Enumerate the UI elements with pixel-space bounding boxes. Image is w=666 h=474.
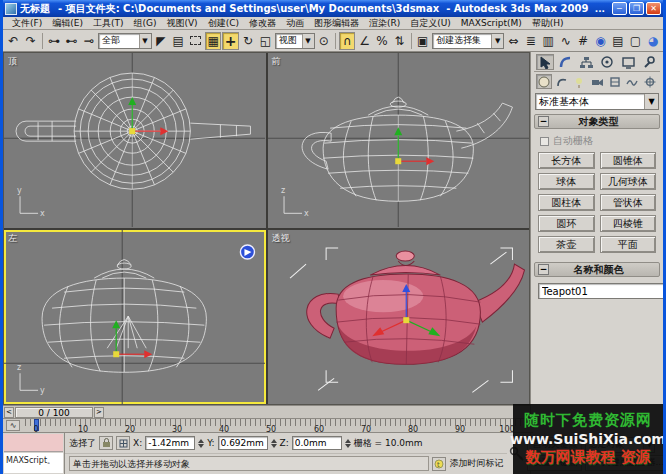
- hierarchy-tab-icon[interactable]: [578, 54, 596, 70]
- torus-button[interactable]: 圆环: [538, 215, 595, 232]
- menu-animation[interactable]: 动画: [281, 17, 309, 30]
- menu-maxscript[interactable]: MAXScript(M): [456, 18, 527, 28]
- edit-named-selections-icon[interactable]: ▣: [415, 32, 431, 50]
- render-setup-icon[interactable]: ▤: [610, 32, 626, 50]
- menu-views[interactable]: 视图(V): [161, 17, 202, 30]
- select-and-rotate-icon[interactable]: ↻: [240, 32, 256, 50]
- menu-graph-editors[interactable]: 图形编辑器: [309, 17, 364, 30]
- previous-frame-icon[interactable]: <: [4, 407, 14, 418]
- pyramid-button[interactable]: 四棱锥: [600, 215, 657, 232]
- cone-button[interactable]: 圆锥体: [600, 152, 657, 169]
- select-by-name-icon[interactable]: ▤: [170, 32, 186, 50]
- motion-tab-icon[interactable]: [598, 54, 616, 70]
- listener-macro-line[interactable]: [4, 434, 63, 452]
- select-and-scale-icon[interactable]: ◱: [257, 32, 273, 50]
- menu-file[interactable]: 文件(F): [7, 17, 47, 30]
- space-warps-icon[interactable]: [624, 74, 640, 89]
- mini-curve-editor-icon[interactable]: ∿: [6, 420, 20, 431]
- use-pivot-center-icon[interactable]: ⊙: [316, 32, 332, 50]
- add-time-tag[interactable]: 添加时间标记: [449, 457, 503, 470]
- select-and-link-icon[interactable]: ⊶: [46, 32, 62, 50]
- chevron-down-icon[interactable]: ▼: [644, 94, 658, 109]
- spinner-snap-icon[interactable]: ⇅: [391, 32, 407, 50]
- select-and-move-icon[interactable]: +: [222, 32, 238, 50]
- viewport-perspective-canvas[interactable]: [268, 230, 529, 404]
- helpers-icon[interactable]: [607, 74, 623, 89]
- chevron-down-icon[interactable]: ▼: [139, 34, 151, 48]
- rectangular-region-icon[interactable]: [187, 32, 203, 50]
- utilities-tab-icon[interactable]: [640, 54, 658, 70]
- viewport-top-canvas[interactable]: x y: [4, 53, 265, 227]
- viewport-top-label[interactable]: 顶: [8, 55, 17, 68]
- menu-group[interactable]: 组(G): [128, 17, 161, 30]
- viewport-perspective[interactable]: 透视: [268, 230, 530, 405]
- window-crossing-icon[interactable]: ▦: [205, 32, 221, 50]
- viewport-perspective-label[interactable]: 透视: [272, 232, 290, 245]
- selection-lock-icon[interactable]: [99, 436, 113, 450]
- modify-tab-icon[interactable]: [557, 54, 575, 70]
- viewport-left-label[interactable]: 左: [8, 232, 17, 245]
- angle-snap-icon[interactable]: ∠: [356, 32, 372, 50]
- sphere-button[interactable]: 球体: [538, 173, 595, 190]
- undo-icon[interactable]: ↶: [5, 32, 21, 50]
- y-coordinate-field[interactable]: [218, 436, 268, 450]
- listener-script-line[interactable]: MAXScript。: [4, 453, 63, 474]
- bind-to-spacewarp-icon[interactable]: ⊸: [81, 32, 97, 50]
- plane-button[interactable]: 平面: [600, 236, 657, 253]
- z-coordinate-field[interactable]: [292, 436, 342, 450]
- menu-help[interactable]: 帮助(H): [527, 17, 569, 30]
- select-object-icon[interactable]: ◤: [153, 32, 169, 50]
- object-type-rollout[interactable]: − 对象类型: [534, 114, 660, 129]
- shapes-icon[interactable]: [554, 74, 570, 89]
- rendered-frame-icon[interactable]: ▢: [627, 32, 643, 50]
- systems-icon[interactable]: [642, 74, 658, 89]
- chevron-down-icon[interactable]: ▼: [491, 34, 503, 48]
- x-spinner[interactable]: [198, 439, 204, 448]
- quick-render-icon[interactable]: ◕: [645, 32, 661, 50]
- viewport-front-label[interactable]: 前: [272, 55, 281, 68]
- named-selection-dropdown[interactable]: 创建选择集 ▼: [432, 33, 504, 49]
- layer-manager-icon[interactable]: ▥: [540, 32, 556, 50]
- align-icon[interactable]: ≣: [523, 32, 539, 50]
- menu-create[interactable]: 创建(C): [203, 17, 244, 30]
- x-coordinate-field[interactable]: [145, 436, 195, 450]
- viewport-left[interactable]: 左: [4, 230, 266, 405]
- absolute-offset-toggle-icon[interactable]: [116, 436, 130, 450]
- percent-snap-icon[interactable]: %: [374, 32, 390, 50]
- schematic-view-icon[interactable]: #: [575, 32, 591, 50]
- viewport-front-canvas[interactable]: x z: [268, 53, 529, 227]
- viewport-left-canvas[interactable]: y z: [4, 230, 265, 404]
- menu-tools[interactable]: 工具(T): [88, 17, 129, 30]
- isolate-selection-icon[interactable]: t: [432, 457, 446, 471]
- y-spinner[interactable]: [271, 439, 277, 448]
- chevron-down-icon[interactable]: ▼: [302, 34, 314, 48]
- menu-rendering[interactable]: 渲染(R): [364, 17, 405, 30]
- primitive-category-dropdown[interactable]: 标准基本体 ▼: [535, 93, 659, 110]
- z-spinner[interactable]: [345, 439, 351, 448]
- track-bar[interactable]: ∿ 0 10 20 30 40 50 60 70 80 90 100: [3, 419, 533, 433]
- lights-icon[interactable]: [571, 74, 587, 89]
- curve-editor-icon[interactable]: ∿: [557, 32, 573, 50]
- geometry-icon[interactable]: [536, 74, 552, 89]
- snap-toggle-icon[interactable]: ∩: [339, 32, 355, 50]
- mirror-icon[interactable]: ⇔: [505, 32, 521, 50]
- box-button[interactable]: 长方体: [538, 152, 595, 169]
- menu-edit[interactable]: 编辑(E): [47, 17, 88, 30]
- menu-customize[interactable]: 自定义(U): [405, 17, 456, 30]
- cylinder-button[interactable]: 圆柱体: [538, 194, 595, 211]
- time-slider[interactable]: < 0 / 100 >: [3, 405, 533, 419]
- redo-icon[interactable]: ↷: [22, 32, 38, 50]
- reference-coordinate-dropdown[interactable]: 视图 ▼: [275, 33, 315, 49]
- autogrid-checkbox[interactable]: [540, 137, 549, 146]
- object-name-field[interactable]: [538, 283, 666, 299]
- next-frame-icon[interactable]: >: [94, 407, 104, 418]
- material-editor-icon[interactable]: ◉: [592, 32, 608, 50]
- teapot-button[interactable]: 茶壶: [538, 236, 595, 253]
- geosphere-button[interactable]: 几何球体: [600, 173, 657, 190]
- time-slider-value[interactable]: 0 / 100: [15, 407, 93, 418]
- collapse-icon[interactable]: −: [538, 264, 549, 275]
- tube-button[interactable]: 管状体: [600, 194, 657, 211]
- unlink-selection-icon[interactable]: ⊷: [63, 32, 79, 50]
- name-color-rollout[interactable]: − 名称和颜色: [534, 262, 660, 277]
- maximize-button[interactable]: ❐: [629, 2, 644, 15]
